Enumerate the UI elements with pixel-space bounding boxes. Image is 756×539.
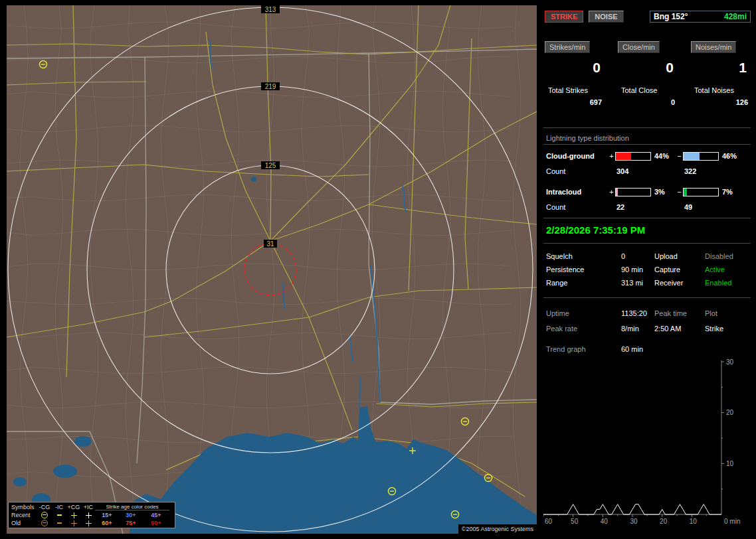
intracloud-count-row: Count 22 49 <box>543 203 751 211</box>
legend-recent-label: Recent <box>10 512 37 518</box>
svg-text:10: 10 <box>690 518 698 525</box>
count-label: Count <box>546 203 616 211</box>
svg-text:60: 60 <box>545 518 553 525</box>
squelch-value: 0 <box>621 252 654 260</box>
age-75: 75+ <box>119 520 143 526</box>
total-close-value: 0 <box>616 98 690 106</box>
ic-positive-count: 22 <box>616 203 684 211</box>
trend-graph-label: Trend graph <box>546 345 621 353</box>
rate-boxes-row: Strikes/min Close/min Noises/min <box>543 41 751 53</box>
strikes-per-min-value: 0 <box>543 60 616 76</box>
bearing-display: Bng 152° 428mi <box>650 11 751 23</box>
map-canvas: 313 219 125 31 <box>7 5 537 534</box>
legend-col-neg-ic: -IC <box>52 504 66 510</box>
noises-per-min-button[interactable]: Noises/min <box>691 41 736 53</box>
svg-text:10: 10 <box>726 460 734 467</box>
receiver-status: Enabled <box>705 279 751 287</box>
trend-graph-row: Trend graph 60 min <box>543 343 751 356</box>
trend-graph-canvas: 605040302010302010 0 min <box>543 358 751 532</box>
divider <box>543 218 751 218</box>
age-90: 90+ <box>143 520 169 526</box>
peak-rate-label: Peak rate <box>546 325 621 333</box>
cg-positive-count: 304 <box>616 167 684 175</box>
mode-toggle-row: STRIKE NOISE Bng 152° 428mi <box>543 11 751 23</box>
total-close-label: Total Close <box>616 86 690 94</box>
close-per-min-button[interactable]: Close/min <box>618 41 660 53</box>
peak-time-value: 2:50 AM <box>654 325 705 333</box>
cg-negative-pct: 46% <box>719 152 743 160</box>
minus-sign: − <box>676 152 683 160</box>
svg-text:31: 31 <box>266 240 274 248</box>
count-label: Count <box>546 167 616 175</box>
pos-cg-recent-icon <box>71 512 77 518</box>
uptime-label: Uptime <box>546 309 621 317</box>
cg-negative-count: 322 <box>684 167 751 175</box>
intracloud-row: Intracloud + 3% − 7% <box>543 185 751 199</box>
svg-text:20: 20 <box>660 518 668 525</box>
legend-old-label: Old <box>10 520 37 526</box>
upload-status: Disabled <box>705 252 751 260</box>
pos-ic-recent-icon <box>86 512 92 518</box>
neg-cg-recent-icon <box>41 512 48 518</box>
noise-button[interactable]: NOISE <box>589 11 623 23</box>
pos-cg-old-icon <box>71 520 77 526</box>
settings-row-range: Range 313 mi Receiver Enabled <box>543 276 751 289</box>
plot-label: Plot <box>705 309 751 317</box>
age-45: 45+ <box>143 512 169 518</box>
divider <box>543 297 751 298</box>
legend-symbols-header: Symbols <box>10 504 37 510</box>
ic-negative-bar <box>683 188 719 196</box>
total-noises-label: Total Noises <box>690 86 751 94</box>
trend-graph-window: 60 min <box>621 345 654 353</box>
plot-value: Strike <box>705 325 751 333</box>
cg-positive-pct: 44% <box>651 152 676 160</box>
persistence-value: 90 min <box>621 266 654 273</box>
neg-cg-old-icon <box>41 520 48 526</box>
svg-text:30: 30 <box>630 518 638 525</box>
legend-col-pos-cg: +CG <box>66 504 82 510</box>
legend-old-row: Old 60+ 75+ 90+ <box>10 519 173 527</box>
plus-sign: + <box>608 188 615 196</box>
receiver-label: Receiver <box>654 279 705 287</box>
plus-sign: + <box>608 152 615 160</box>
svg-text:20: 20 <box>726 409 734 416</box>
range-label: Range <box>546 279 621 287</box>
cloud-ground-count-row: Count 304 322 <box>543 167 751 175</box>
total-strikes-value: 697 <box>543 98 616 106</box>
pos-ic-old-icon <box>86 520 92 526</box>
legend-age-header: Strike age color codes <box>95 504 169 510</box>
legend-col-neg-cg: -CG <box>37 504 52 510</box>
strikes-per-min-button[interactable]: Strikes/min <box>545 41 590 53</box>
legend-col-pos-ic: +IC <box>82 504 95 510</box>
ring-label-125: 125 <box>261 161 280 169</box>
strike-rate-series <box>543 504 721 514</box>
capture-status: Active <box>705 266 751 273</box>
uptime-value: 1135:20 <box>621 309 654 317</box>
svg-text:30: 30 <box>726 358 734 366</box>
copyright-text: ©2005 Astrogenic Systems <box>458 524 537 534</box>
age-30: 30+ <box>119 512 143 518</box>
distribution-title: Lightning type distribution <box>543 134 751 142</box>
ring-label-219: 219 <box>261 82 280 90</box>
total-noises-value: 126 <box>690 98 751 106</box>
stats-row-1: Uptime 1135:20 Peak time Plot <box>543 307 751 320</box>
close-per-min-value: 0 <box>616 60 690 76</box>
axis-ticks: 605040302010302010 <box>543 358 734 525</box>
neg-ic-old-icon <box>57 522 62 524</box>
cloud-ground-row: Cloud-ground + 44% − 46% <box>543 149 751 163</box>
peak-time-label: Peak time <box>654 309 705 317</box>
neg-ic-recent-icon <box>57 514 62 516</box>
date-time-display: 2/28/2026 7:35:19 PM <box>543 224 751 236</box>
total-strikes-label: Total Strikes <box>543 86 616 94</box>
ring-label-31: 31 <box>264 240 277 248</box>
svg-text:50: 50 <box>571 518 579 525</box>
bearing-label: Bng 152° <box>654 12 688 21</box>
cloud-ground-label: Cloud-ground <box>546 152 608 160</box>
squelch-label: Squelch <box>546 252 621 260</box>
lightning-map[interactable]: 313 219 125 31 Symbols -CG -IC +CG <box>7 5 537 534</box>
svg-text:125: 125 <box>265 162 276 169</box>
strike-button[interactable]: STRIKE <box>545 11 583 23</box>
totals-labels-row: Total Strikes Total Close Total Noises <box>543 86 751 94</box>
svg-text:313: 313 <box>265 6 276 13</box>
persistence-label: Persistence <box>546 266 621 273</box>
